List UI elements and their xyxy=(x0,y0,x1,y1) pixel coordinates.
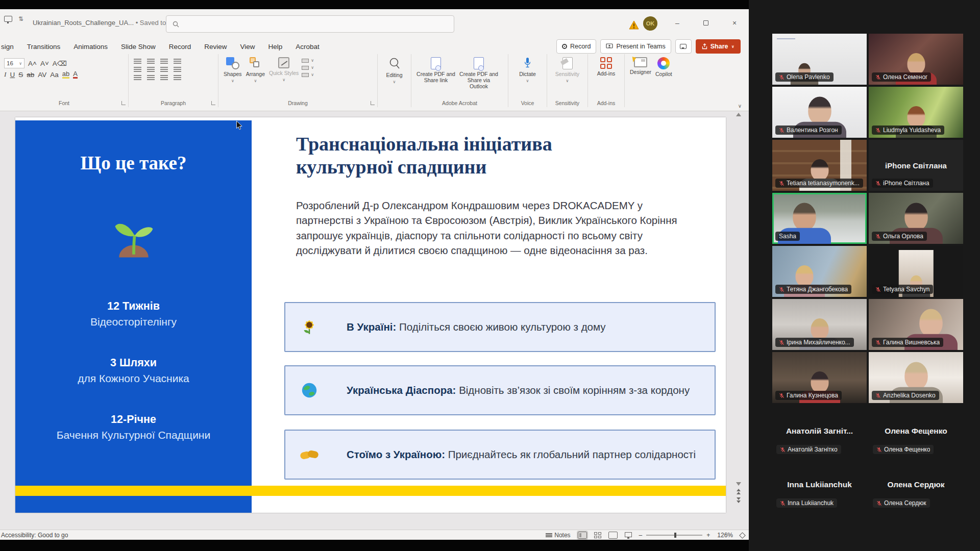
slideshow-quickaccess-icon[interactable] xyxy=(4,16,12,22)
account-avatar[interactable]: OK xyxy=(643,16,657,31)
tab-acrobat[interactable]: Acrobat xyxy=(296,43,320,51)
slide-canvas[interactable]: Що це таке? 12 Тижнів Відеосторітелінгу xyxy=(15,117,726,513)
tab-view[interactable]: View xyxy=(240,43,255,51)
strikethrough-icon[interactable]: S xyxy=(18,71,23,79)
tab-help[interactable]: Help xyxy=(268,43,282,51)
numbering-icon[interactable] xyxy=(147,59,155,60)
scroll-up-icon[interactable] xyxy=(736,113,741,116)
italic-icon[interactable]: I xyxy=(4,70,7,79)
zoom-out-button[interactable]: – xyxy=(639,532,643,539)
tab-design[interactable]: sign xyxy=(1,43,14,51)
copilot-button[interactable]: Copilot xyxy=(653,56,674,78)
tab-slide-show[interactable]: Slide Show xyxy=(121,43,156,51)
share-button[interactable]: Share ∨ xyxy=(696,39,741,54)
multilevel-list-icon[interactable] xyxy=(160,59,168,60)
next-slide-icon[interactable] xyxy=(730,497,747,503)
tab-review[interactable]: Review xyxy=(204,43,227,51)
designer-button[interactable]: Designer xyxy=(628,56,653,78)
participant-tile-anatolii-zahnitko[interactable]: Анатолій Загніт... Анатолій Загнітко xyxy=(772,418,867,467)
previous-slide-icon[interactable] xyxy=(730,489,747,494)
shapes-button[interactable]: Shapes ∨ xyxy=(222,56,244,84)
participant-tile-halyna-vyshnevska[interactable]: Галина Вишневська xyxy=(869,299,963,350)
participant-tile-valentyna-rozghon[interactable]: Валентина Розгон xyxy=(772,87,867,138)
participant-tile-olena-semenoh[interactable]: Олена Семеног xyxy=(869,34,963,85)
zoom-slider-thumb[interactable] xyxy=(674,533,676,538)
font-dialog-launcher-icon[interactable] xyxy=(121,101,126,105)
shape-fill-icon[interactable] xyxy=(302,59,309,63)
align-left-icon[interactable] xyxy=(134,75,141,76)
participant-tile-olena-feshchenko[interactable]: Олена Фещенко Олена Фещенко xyxy=(869,418,963,467)
dictate-button[interactable]: Dictate ∨ xyxy=(511,56,544,84)
participant-tile-iryna-mykhailychenko[interactable]: Ірина Михайличенко... xyxy=(772,299,867,350)
comments-button[interactable] xyxy=(675,39,692,54)
search-box[interactable] xyxy=(166,15,454,33)
slideshow-view-button[interactable] xyxy=(625,532,632,537)
zoom-in-button[interactable]: + xyxy=(706,532,710,539)
slide-title[interactable]: Транснаціональна ініціатива культурної с… xyxy=(296,133,612,179)
search-input[interactable] xyxy=(183,20,431,29)
tab-animations[interactable]: Animations xyxy=(74,43,108,51)
text-highlight-icon[interactable]: ab xyxy=(62,70,69,79)
reading-view-button[interactable] xyxy=(608,532,618,539)
participant-tile-anzhelika-dosenko[interactable]: Anzhelika Dosenko xyxy=(869,352,963,403)
participant-tile-tetyana-savchyn[interactable]: Tetyana Savchyn xyxy=(869,246,963,297)
zoom-slider[interactable] xyxy=(646,535,702,536)
slide-sorter-view-button[interactable] xyxy=(594,532,601,538)
close-button[interactable]: × xyxy=(726,16,743,30)
columns-icon[interactable] xyxy=(160,67,168,68)
warning-icon[interactable] xyxy=(629,20,639,30)
tab-transitions[interactable]: Transitions xyxy=(27,43,61,51)
record-button[interactable]: Record xyxy=(556,39,596,54)
restore-button[interactable] xyxy=(697,16,715,30)
participant-tile-olha-orlova[interactable]: Ольга Орлова xyxy=(869,193,963,244)
customize-quickaccess-icon[interactable]: ⇅ xyxy=(18,15,23,22)
shape-effects-icon[interactable] xyxy=(302,73,309,77)
bullets-icon[interactable] xyxy=(134,59,141,60)
panel-title[interactable]: Що це таке? xyxy=(15,152,252,174)
collapse-ribbon-chevron-icon[interactable]: ∨ xyxy=(738,103,742,109)
increase-indent-icon[interactable] xyxy=(147,67,155,68)
slide-body-text[interactable]: Розроблений Д-р Олександром Кондрашовим … xyxy=(296,198,685,258)
panel-item-vision[interactable]: 12-Річне Бачення Культурної Спадщини xyxy=(15,413,252,441)
participant-tile-tetiana-dzhanhobekova[interactable]: Тетяна Джангобекова xyxy=(772,246,867,297)
text-direction-icon[interactable] xyxy=(174,67,181,68)
zoom-level[interactable]: 126% xyxy=(717,532,733,539)
sensitivity-button[interactable]: Sensitivity ∨ xyxy=(550,56,584,84)
shrink-font-icon[interactable]: A˅ xyxy=(40,60,49,67)
character-spacing-icon[interactable]: AV xyxy=(38,71,46,79)
minimize-button[interactable]: – xyxy=(669,16,686,30)
fit-slide-button[interactable] xyxy=(739,532,746,539)
accessibility-status[interactable]: Accessibility: Good to go xyxy=(1,532,68,539)
infobox-diaspora[interactable]: Українська Діаспора: Відновіть зв’язок з… xyxy=(284,365,716,415)
paragraph-dialog-launcher-icon[interactable] xyxy=(211,101,215,105)
create-pdf-outlook-button[interactable]: Create PDF and Share via Outlook xyxy=(457,56,500,90)
quick-styles-button[interactable]: Quick Styles ∨ xyxy=(267,56,301,83)
addins-button[interactable]: Add-ins xyxy=(591,56,621,78)
arrange-button[interactable]: Arrange ∨ xyxy=(244,56,267,84)
notes-button[interactable]: Notes xyxy=(546,532,570,539)
participant-tile-sasha-active-speaker[interactable]: Sasha xyxy=(772,193,867,244)
panel-item-paths[interactable]: 3 Шляхи для Кожного Учасника xyxy=(15,357,252,385)
infobox-ukraine[interactable]: В Україні: Поділіться своєю живою культу… xyxy=(284,302,716,352)
shape-outline-icon[interactable] xyxy=(302,66,309,70)
font-size-select[interactable]: 16 ∨ xyxy=(4,58,24,68)
infobox-solidarity[interactable]: Стоїмо з Україною: Приєднайтесь як глоба… xyxy=(284,430,716,480)
participant-tile-liudmyla-yuldasheva[interactable]: Liudmyla Yuldasheva xyxy=(869,87,963,138)
align-center-icon[interactable] xyxy=(147,75,155,76)
present-in-teams-button[interactable]: Present in Teams xyxy=(600,39,671,54)
participant-tile-olena-pavlenko[interactable]: Olena Pavlenko xyxy=(772,34,867,85)
slide-blue-panel[interactable]: Що це таке? 12 Тижнів Відеосторітелінгу xyxy=(15,120,252,513)
slide-scrollbar[interactable] xyxy=(730,111,747,530)
change-case-icon[interactable]: Aa xyxy=(50,71,59,79)
line-spacing-icon[interactable] xyxy=(174,59,181,60)
underline-icon[interactable]: U xyxy=(10,71,15,79)
participant-tile-inna-lukiianchuk[interactable]: Inna Lukiianchuk Inna Lukiianchuk xyxy=(772,472,867,521)
align-right-icon[interactable] xyxy=(160,75,168,76)
decrease-indent-icon[interactable] xyxy=(134,67,141,68)
subscript-icon[interactable]: ab xyxy=(27,71,34,79)
normal-view-button[interactable] xyxy=(578,532,587,539)
editing-button[interactable]: Editing ∨ xyxy=(381,56,408,85)
grow-font-icon[interactable]: A˄ xyxy=(28,60,37,67)
panel-item-weeks[interactable]: 12 Тижнів Відеосторітелінгу xyxy=(15,300,252,328)
justify-icon[interactable] xyxy=(174,75,181,76)
